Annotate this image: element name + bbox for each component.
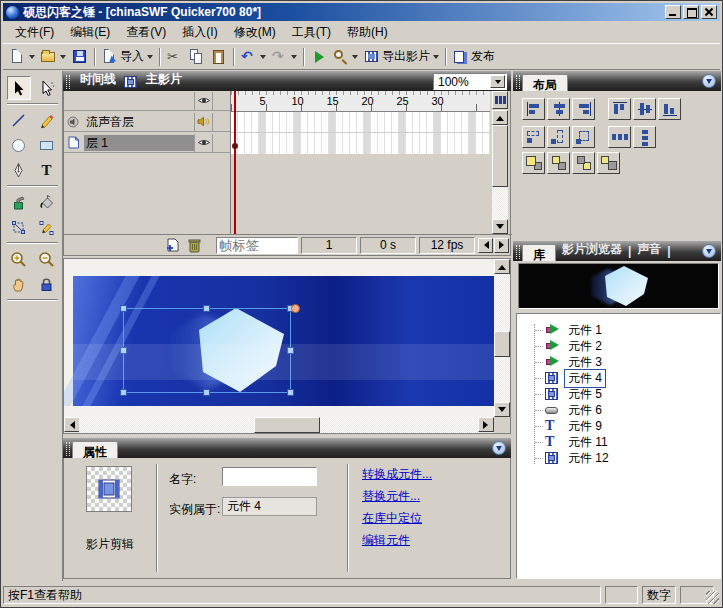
fill-transform-tool-button[interactable] [35,215,59,239]
library-item-selected[interactable]: 元件 4 [517,370,720,386]
ellipse-tool-button[interactable] [7,133,31,157]
layer-lock-toggle[interactable] [212,134,230,152]
send-backward-button[interactable] [572,152,595,174]
layer-visibility-toggle[interactable] [194,134,212,152]
tab-properties[interactable]: 属性 [72,441,118,458]
align-center-horizontal-button[interactable] [547,98,570,120]
bring-forward-button[interactable] [547,152,570,174]
frames-scroll-left-button[interactable] [478,238,493,253]
layer-lock-toggle[interactable] [212,113,230,131]
layer-name[interactable]: 层 1 [84,135,194,151]
instance-name-input[interactable] [222,467,317,486]
panel-grip[interactable] [516,245,520,259]
scroll-down-button[interactable] [492,219,508,234]
resize-handle[interactable] [120,347,127,354]
scroll-right-button[interactable] [478,417,494,432]
frame-ruler[interactable]: 5 10 15 20 25 30 [231,91,490,112]
menu-file[interactable]: 文件(F) [7,22,62,43]
align-bottom-button[interactable] [658,98,681,120]
library-item[interactable]: 元件 3 [517,354,720,370]
add-layer-button[interactable] [164,237,180,253]
text-tool-button[interactable]: T [35,158,59,182]
rectangle-tool-button[interactable] [35,133,59,157]
import-button[interactable]: 导入 [99,46,156,68]
bring-to-front-button[interactable] [522,152,545,174]
save-button[interactable] [69,46,91,68]
align-middle-vertical-button[interactable] [633,98,656,120]
selection-bounding-box[interactable] [123,308,291,393]
redo-button[interactable]: ↷ [269,46,300,68]
edit-symbol-link[interactable]: 编辑元件 [362,532,410,549]
stage-vertical-scrollbar[interactable] [494,259,510,417]
resize-handle[interactable] [287,347,294,354]
layer1-row[interactable]: 层 1 [64,133,230,153]
scroll-left-button[interactable] [64,417,80,432]
chevron-down-icon[interactable] [490,75,505,88]
panel-grip[interactable] [516,75,520,89]
scrollbar-thumb[interactable] [254,417,320,433]
resize-handle[interactable] [287,389,294,396]
line-tool-button[interactable] [7,108,31,132]
library-item-list[interactable]: 元件 1 元件 2 元件 3 元件 4 元件 5 元件 6 T元件 9 T元件 … [516,313,721,579]
scrollbar-thumb[interactable] [494,331,510,357]
library-item[interactable]: 元件 1 [517,322,720,338]
subselection-tool-button[interactable] [35,76,59,100]
sound-mute-toggle[interactable] [194,113,212,131]
zoom-out-tool-button[interactable] [35,247,59,271]
tab-layout[interactable]: 布局 [522,74,568,91]
library-item[interactable]: 元件 2 [517,338,720,354]
new-button[interactable] [7,46,38,68]
tab-sound[interactable]: 声音 [637,241,661,258]
library-item[interactable]: 元件 12 [517,450,720,466]
frame-grid[interactable] [231,112,490,154]
collapse-panel-button[interactable] [492,441,506,455]
library-item[interactable]: T元件 11 [517,434,720,450]
sound-layer-row[interactable]: 流声音层 [64,112,230,132]
playhead[interactable] [234,91,236,234]
scrollbar-thumb[interactable] [492,125,508,187]
frame-view-options-button[interactable] [492,91,508,109]
lock-column-header[interactable] [212,92,230,110]
new-dropdown-icon[interactable] [29,55,35,62]
align-right-button[interactable] [572,98,595,120]
menu-help[interactable]: 帮助(H) [339,22,396,43]
library-item[interactable]: T元件 9 [517,418,720,434]
frames-scroll-right-button[interactable] [494,238,509,253]
menu-tools[interactable]: 工具(T) [284,22,339,43]
delete-layer-button[interactable] [186,237,202,253]
ink-bottle-tool-button[interactable] [7,190,31,214]
zoom-in-tool-button[interactable] [7,247,31,271]
collapse-panel-button[interactable] [702,74,716,88]
stage-canvas[interactable] [64,259,494,417]
send-to-back-button[interactable] [597,152,620,174]
library-item[interactable]: 元件 6 [517,402,720,418]
scroll-up-button[interactable] [494,259,510,274]
play-button[interactable] [308,46,330,68]
match-height-button[interactable] [547,126,570,148]
lock-tool-button[interactable] [35,272,59,296]
frame-rate-indicator[interactable]: 12 fps [419,237,475,254]
panel-grip[interactable] [66,442,70,456]
close-button[interactable] [701,5,717,19]
tab-library[interactable]: 库 [522,244,556,261]
hand-tool-button[interactable] [7,272,31,296]
library-item[interactable]: 元件 5 [517,386,720,402]
locate-in-library-link[interactable]: 在库中定位 [362,510,422,527]
undo-dropdown-icon[interactable] [260,55,266,62]
resize-grip[interactable] [706,591,719,604]
resize-handle[interactable] [203,305,210,312]
match-size-button[interactable] [572,126,595,148]
frame-label-input[interactable] [216,237,298,254]
preview-dropdown-icon[interactable] [352,55,358,62]
open-dropdown-icon[interactable] [60,55,66,62]
pen-tool-button[interactable] [7,158,31,182]
paste-button[interactable] [208,46,230,68]
swap-symbol-link[interactable]: 替换元件... [362,488,420,505]
copy-button[interactable] [186,46,208,68]
maximize-button[interactable] [683,5,699,19]
export-movie-button[interactable]: 导出影片 [361,46,442,68]
open-button[interactable] [38,46,69,68]
timeline-frames[interactable]: 5 10 15 20 25 30 [230,91,490,234]
panel-grip[interactable] [66,75,70,89]
resize-handle[interactable] [203,389,210,396]
